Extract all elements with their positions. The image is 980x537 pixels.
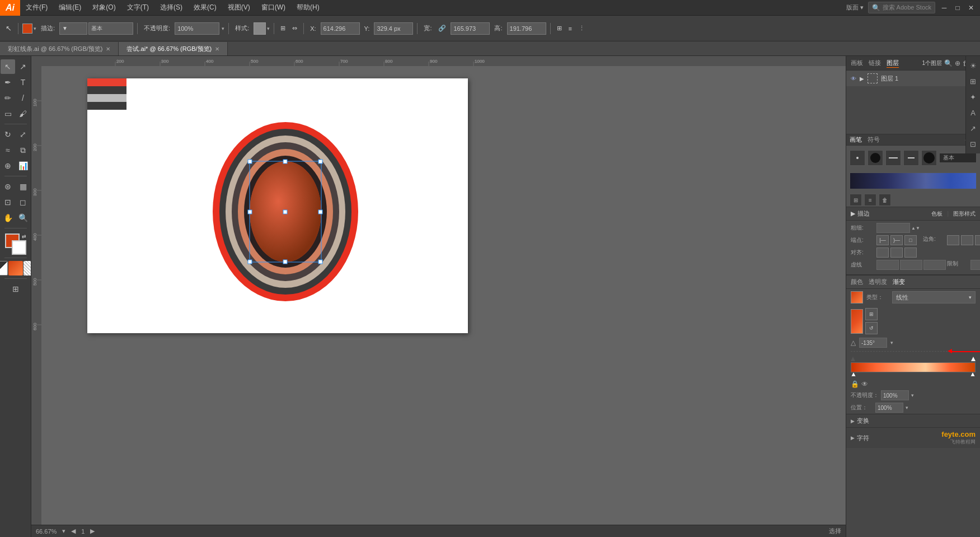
toolbar-fill-swatch[interactable] <box>22 24 32 34</box>
brushes-options-icon[interactable]: ≡ <box>864 194 876 206</box>
corner-miter[interactable] <box>947 235 959 245</box>
corner-bevel[interactable] <box>975 235 980 245</box>
expand-icon[interactable]: ⊡ <box>967 138 979 150</box>
panel-tab-links[interactable]: 链接 <box>869 59 881 68</box>
gradient-opacity-input[interactable] <box>881 390 909 400</box>
font-icon[interactable]: A <box>967 106 979 119</box>
close-button[interactable]: ✕ <box>967 3 976 12</box>
tool-pencil[interactable]: ✏ <box>1 91 15 105</box>
layer-row-1[interactable]: 👁 ▶ 图层 1 ○ <box>846 71 980 86</box>
dash-input-1[interactable] <box>876 260 899 270</box>
tool-hand[interactable]: ✋ <box>1 211 15 225</box>
weight-arrow[interactable]: ▲▼ <box>911 226 920 231</box>
appearance-tab-style[interactable]: 图形样式 <box>953 210 976 218</box>
nav-next[interactable]: ▶ <box>90 527 95 535</box>
toolbar-w-input[interactable] <box>451 22 490 35</box>
gradient-tab-gradient[interactable]: 渐变 <box>893 278 905 286</box>
tool-column[interactable]: ▦ <box>16 179 30 194</box>
tool-line[interactable]: / <box>16 91 30 105</box>
tab-rainbow[interactable]: 彩虹线条.ai @ 66.67% (RGB/预览) ✕ <box>0 42 119 55</box>
layers-icon[interactable]: ⊞ <box>967 75 979 87</box>
transform-section-header[interactable]: ▶ 变换 <box>846 414 980 427</box>
menu-effect[interactable]: 效果(C) <box>188 0 222 16</box>
weight-input[interactable] <box>876 223 910 233</box>
maximize-button[interactable]: □ <box>953 3 962 12</box>
layer-expand-icon[interactable]: ▶ <box>860 76 864 82</box>
minimize-button[interactable]: ─ <box>940 3 949 12</box>
gradient-stop-left[interactable] <box>851 372 856 377</box>
toolbar-grid-icon[interactable]: ⊞ <box>278 21 288 36</box>
toolbar-x-input[interactable] <box>321 22 360 35</box>
new-layer-icon[interactable]: ⊕ <box>955 59 960 67</box>
menu-help[interactable]: 帮助(H) <box>291 0 325 16</box>
corner-round[interactable] <box>961 235 973 245</box>
brush-dot-2[interactable] <box>868 150 883 166</box>
gradient-color-swatch[interactable] <box>851 291 863 303</box>
menu-object[interactable]: 对象(O) <box>87 0 121 16</box>
tool-slice[interactable]: ⊡ <box>1 195 15 209</box>
appearance-tab-color[interactable]: 色板 <box>931 210 943 218</box>
cap-butt[interactable]: |— <box>876 235 889 245</box>
toolbar-transform-icon[interactable]: ⇔ <box>290 21 299 36</box>
toolbar-stroke-input[interactable]: ▼ <box>59 22 87 35</box>
tool-rotate[interactable]: ↻ <box>1 127 15 142</box>
toolbar-stroke-select[interactable]: 基本 <box>88 22 133 35</box>
brushes-tab-symbol[interactable]: 符号 <box>868 136 880 144</box>
tool-select[interactable]: ↖ <box>1 59 15 74</box>
tool-fill-none[interactable] <box>0 261 8 275</box>
swap-colors-button[interactable]: ⇄ <box>22 234 26 239</box>
toolbar-opacity-input[interactable] <box>175 22 219 35</box>
menu-file[interactable]: 文件(F) <box>20 0 53 16</box>
tool-free-transform[interactable]: ⧉ <box>16 143 30 157</box>
gradient-mode-2[interactable]: ↺ <box>865 322 878 334</box>
toolbar-style-arrow[interactable]: ▾ <box>267 26 270 31</box>
menu-window[interactable]: 窗口(W) <box>256 0 291 16</box>
toolbar-fill-color[interactable]: ▾ <box>22 24 36 34</box>
toolbar-link-icon[interactable]: 🔗 <box>436 21 448 36</box>
tab-test[interactable]: 尝试.ai* @ 66.67% (RGB/预览) ✕ <box>119 42 228 55</box>
menu-select[interactable]: 选择(S) <box>154 0 188 16</box>
gradient-stop-right[interactable] <box>970 372 975 377</box>
brushes-delete-icon[interactable]: 🗑 <box>879 194 891 206</box>
tool-chart[interactable]: 📊 <box>16 158 30 173</box>
brush-dot-1[interactable] <box>850 150 865 166</box>
tool-fill-pattern[interactable] <box>24 261 32 275</box>
tool-shape[interactable]: ▭ <box>1 106 15 121</box>
appearance-header[interactable]: ▶ 描边 色板 | 图形样式 <box>846 207 980 221</box>
tool-type[interactable]: T <box>16 75 30 90</box>
character-section-header[interactable]: ▶ 字符 feyte.com 飞特教程网 <box>846 427 980 448</box>
align-center[interactable] <box>890 248 903 258</box>
gradient-stop-top-2[interactable] <box>971 357 976 361</box>
dash-input-3[interactable] <box>923 260 946 270</box>
gradient-angle-input[interactable] <box>859 338 887 348</box>
artboard[interactable] <box>87 78 468 333</box>
tool-eraser[interactable]: ◻ <box>16 195 30 209</box>
tool-fill-gradient[interactable] <box>8 261 23 275</box>
brushes-new-icon[interactable]: ⊞ <box>850 194 862 206</box>
ellipse-group[interactable] <box>201 116 369 296</box>
align-inside[interactable] <box>876 248 889 258</box>
toolbar-h-input[interactable] <box>507 22 546 35</box>
search-box[interactable]: 🔍 搜索 Adobe Stock <box>868 2 935 13</box>
toolbar-more-icon[interactable]: ⋮ <box>576 21 587 36</box>
cap-round[interactable]: )— <box>890 235 903 245</box>
gradient-eye-icon[interactable]: 👁 <box>861 380 868 388</box>
dash-input-4[interactable] <box>970 260 980 270</box>
brush-dot-5[interactable] <box>921 150 937 166</box>
gradient-position-arrow[interactable]: ▾ <box>906 405 908 410</box>
tool-symbol[interactable]: ⊛ <box>1 179 15 194</box>
panel-tab-layers[interactable]: 图层 <box>887 59 899 68</box>
arrow-icon[interactable]: ↗ <box>967 122 979 134</box>
background-color[interactable] <box>12 240 26 255</box>
tab-rainbow-close[interactable]: ✕ <box>106 46 110 52</box>
gradient-position-input[interactable] <box>875 403 903 413</box>
tool-shape2[interactable]: ⊕ <box>1 158 15 173</box>
brush-dot-3[interactable] <box>885 150 901 166</box>
gradient-preview-big[interactable] <box>851 309 863 334</box>
nav-prev[interactable]: ◀ <box>71 527 76 535</box>
tool-zoom[interactable]: 🔍 <box>16 211 30 225</box>
toolbar-distribute-icon[interactable]: ≡ <box>566 21 574 36</box>
tool-artboard[interactable]: ⊞ <box>8 282 23 296</box>
sun-icon[interactable]: ☀ <box>967 59 979 72</box>
dash-input-2[interactable] <box>900 260 922 270</box>
